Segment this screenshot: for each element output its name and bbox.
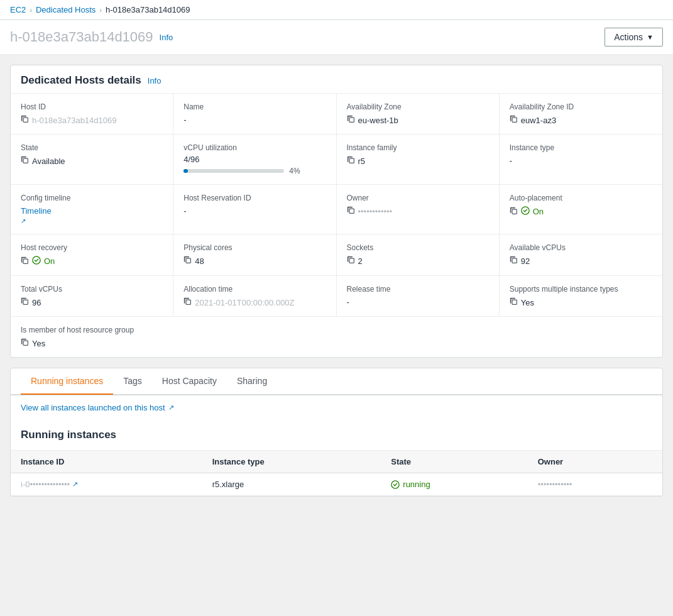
- tvcpu-label: Total vCPUs: [21, 285, 163, 294]
- copy-avcpu-icon[interactable]: [510, 256, 518, 266]
- ct-label: Config timeline: [21, 194, 163, 202]
- timeline-link[interactable]: Timeline: [21, 206, 52, 216]
- svg-rect-4: [349, 158, 354, 163]
- smi-val: Yes: [521, 298, 534, 307]
- copy-tvcpu-icon[interactable]: [21, 297, 29, 307]
- hr-label: Host Reservation ID: [183, 194, 326, 202]
- im-value: Yes: [21, 338, 652, 348]
- breadcrumb-ec2[interactable]: EC2: [10, 5, 26, 14]
- running-instances-table: Instance ID Instance type State Owner i-…: [11, 451, 662, 496]
- cell-config-timeline: Config timeline Timeline ↗: [11, 185, 173, 234]
- vcpu-label: vCPU utilization: [183, 143, 326, 152]
- state-value: Available: [21, 156, 163, 166]
- svg-rect-12: [512, 258, 517, 263]
- tab-tags[interactable]: Tags: [113, 368, 152, 395]
- copy-if-icon[interactable]: [347, 156, 355, 166]
- copy-az-id-icon[interactable]: [510, 115, 518, 125]
- state-label: State: [21, 143, 163, 152]
- running-card-title: Running instances: [21, 429, 116, 441]
- owner-label: Owner: [347, 194, 489, 202]
- svg-rect-16: [23, 341, 28, 345]
- row-state-val: running: [403, 480, 430, 489]
- state-val: Available: [32, 157, 65, 166]
- copy-pc-icon[interactable]: [183, 256, 192, 266]
- cell-vcpu: vCPU utilization 4/96 4%: [173, 135, 336, 185]
- az-val: eu-west-1b: [358, 116, 398, 125]
- view-all-text: View all instances launched on this host: [21, 403, 165, 412]
- svg-rect-1: [349, 118, 354, 122]
- instance-id-link[interactable]: i-0•••••••••••••• ↗: [21, 480, 192, 489]
- row-state: running: [381, 473, 527, 496]
- copy-sockets-icon[interactable]: [347, 256, 355, 266]
- col-owner: Owner: [528, 451, 662, 473]
- tabs-bar: Running instances Tags Host Capacity Sha…: [11, 368, 662, 395]
- copy-owner-icon[interactable]: [347, 206, 355, 216]
- copy-smi-icon[interactable]: [510, 297, 518, 307]
- tab-host-capacity[interactable]: Host Capacity: [152, 368, 227, 395]
- cell-release-time: Release time -: [337, 276, 500, 317]
- if-label: Instance family: [347, 143, 489, 152]
- hrec-value: On: [21, 256, 163, 267]
- az-id-val: euw1-az3: [521, 116, 556, 125]
- ap-status-icon: [521, 206, 530, 217]
- breadcrumb-dedicated-hosts[interactable]: Dedicated Hosts: [36, 5, 96, 14]
- vcpu-progress-row: 4%: [183, 167, 326, 175]
- cell-instance-type: Instance type -: [500, 135, 662, 185]
- tab-running-instances[interactable]: Running instances: [21, 368, 113, 395]
- at-value: 2021-01-01T00:00:00.000Z: [183, 297, 326, 307]
- vcpu-percent: 4%: [289, 167, 300, 175]
- detail-card-info-link[interactable]: Info: [148, 76, 161, 85]
- detail-card: Dedicated Hosts details Info Host ID h-0…: [10, 65, 663, 358]
- avcpu-value: 92: [510, 256, 652, 266]
- view-all-container: View all instances launched on this host…: [10, 395, 663, 420]
- tab-sharing[interactable]: Sharing: [227, 368, 277, 395]
- svg-rect-11: [349, 258, 354, 263]
- copy-state-icon[interactable]: [21, 156, 29, 166]
- view-all-external-icon: ↗: [168, 404, 174, 412]
- copy-az-icon[interactable]: [347, 115, 355, 125]
- external-link-icon: ↗: [21, 217, 26, 224]
- rt-value: -: [347, 297, 489, 307]
- actions-button[interactable]: Actions ▼: [605, 28, 663, 47]
- col-state: State: [381, 451, 527, 473]
- cell-host-id: Host ID h-018e3a73ab14d1069: [11, 94, 173, 135]
- copy-im-icon[interactable]: [21, 338, 29, 348]
- pc-label: Physical cores: [183, 243, 326, 252]
- hr-value: -: [183, 206, 326, 216]
- row-instance-id: i-0•••••••••••••• ↗: [11, 473, 202, 496]
- svg-rect-15: [512, 300, 517, 304]
- cell-host-recovery: Host recovery On: [11, 234, 173, 276]
- az-id-label: Availability Zone ID: [510, 102, 652, 111]
- svg-rect-14: [186, 300, 190, 304]
- running-instances-card: Running instances Instance ID Instance t…: [10, 420, 663, 497]
- it-label: Instance type: [510, 143, 652, 152]
- host-id-value: h-018e3a73ab14d1069: [21, 115, 163, 125]
- im-val: Yes: [32, 339, 45, 348]
- running-status-icon: [391, 480, 400, 489]
- copy-at-icon[interactable]: [183, 297, 192, 307]
- vcpu-progress-track: [183, 169, 284, 173]
- page-header: h-018e3a73ab14d1069 Info Actions ▼: [0, 20, 673, 55]
- at-label: Allocation time: [183, 285, 326, 294]
- col-instance-type: Instance type: [202, 451, 381, 473]
- cell-total-vcpus: Total vCPUs 96: [11, 276, 173, 317]
- detail-card-title: Dedicated Hosts details: [21, 74, 141, 87]
- ct-value: Timeline ↗: [21, 206, 163, 225]
- copy-host-id-icon[interactable]: [21, 115, 29, 125]
- row-owner: ••••••••••••: [528, 473, 662, 496]
- copy-ap-icon[interactable]: [510, 207, 518, 217]
- hrec-status-icon: [32, 256, 41, 267]
- ap-label: Auto-placement: [510, 194, 652, 202]
- running-card-header: Running instances: [11, 420, 662, 451]
- owner-value: ••••••••••••: [347, 206, 489, 216]
- svg-rect-13: [23, 300, 28, 304]
- cell-is-member: Is member of host resource group Yes: [11, 317, 662, 357]
- instance-id-val: i-0••••••••••••••: [21, 480, 70, 489]
- detail-grid: Host ID h-018e3a73ab14d1069 Name - Avail…: [11, 94, 662, 357]
- page-info-link[interactable]: Info: [160, 33, 173, 42]
- copy-hrec-icon[interactable]: [21, 256, 29, 267]
- view-all-link[interactable]: View all instances launched on this host…: [21, 395, 652, 420]
- svg-rect-10: [186, 258, 190, 263]
- cell-instance-family: Instance family r5: [337, 135, 500, 185]
- sockets-value: 2: [347, 256, 489, 266]
